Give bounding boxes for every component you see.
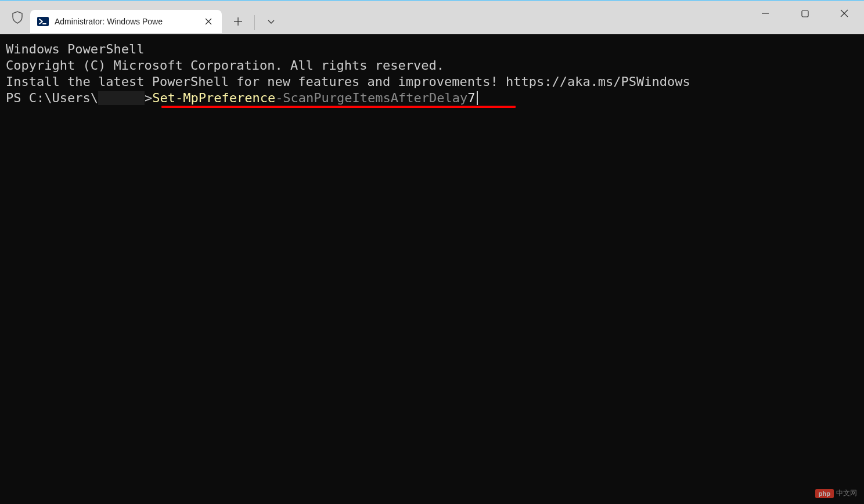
minimize-button[interactable] xyxy=(746,1,785,26)
watermark: php 中文网 xyxy=(815,488,857,498)
watermark-text: 中文网 xyxy=(836,488,857,498)
tab-title: Administrator: Windows Powe xyxy=(55,17,196,26)
close-window-button[interactable] xyxy=(825,1,864,26)
maximize-button[interactable] xyxy=(785,1,825,26)
close-tab-button[interactable] xyxy=(202,15,215,28)
prompt-suffix: > xyxy=(145,90,152,106)
tab-divider xyxy=(254,15,255,30)
prompt-prefix: PS C:\Users\ xyxy=(6,90,98,106)
terminal-area[interactable]: Windows PowerShell Copyright (C) Microso… xyxy=(0,34,864,504)
command-parameter: -ScanPurgeItemsAfterDelay xyxy=(275,90,467,106)
terminal-output-line: Install the latest PowerShell for new fe… xyxy=(6,74,858,90)
terminal-output-line: Windows PowerShell xyxy=(6,41,858,57)
redacted-username xyxy=(98,91,145,105)
terminal-output-line: Copyright (C) Microsoft Corporation. All… xyxy=(6,57,858,74)
title-bar: Administrator: Windows Powe xyxy=(0,0,864,34)
tab-powershell[interactable]: Administrator: Windows Powe xyxy=(30,10,222,33)
svg-rect-7 xyxy=(802,10,808,17)
svg-rect-0 xyxy=(37,17,49,26)
new-tab-button[interactable] xyxy=(226,10,250,33)
window-controls xyxy=(746,1,864,26)
terminal-cursor xyxy=(477,91,478,105)
command-value: 7 xyxy=(467,90,475,106)
powershell-icon xyxy=(37,16,49,27)
watermark-badge: php xyxy=(815,489,834,498)
command-cmdlet: Set-MpPreference xyxy=(152,90,275,106)
terminal-prompt-line[interactable]: PS C:\Users\> Set-MpPreference -ScanPurg… xyxy=(6,90,858,106)
shield-icon xyxy=(5,3,30,31)
annotation-underline xyxy=(161,106,516,108)
tab-dropdown-button[interactable] xyxy=(260,10,283,33)
